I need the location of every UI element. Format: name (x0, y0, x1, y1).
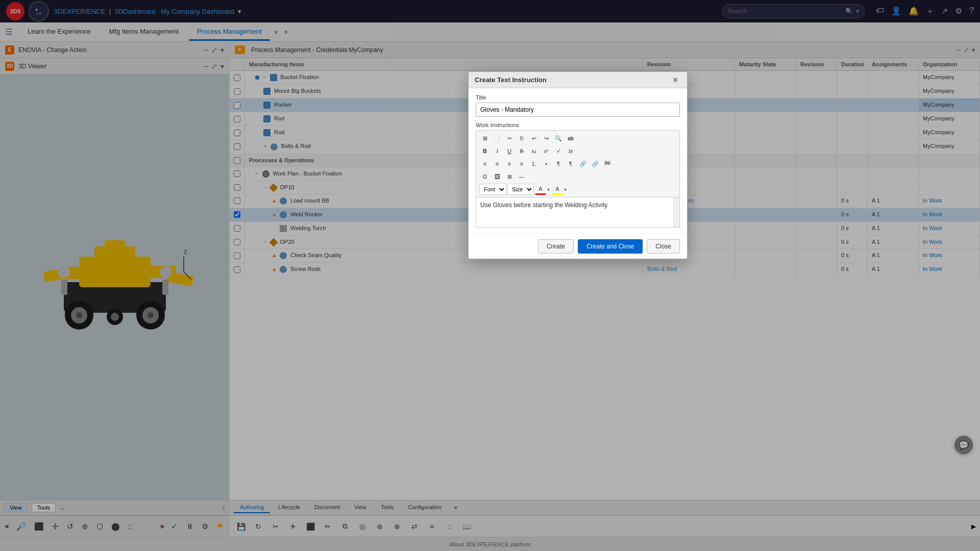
et-table-btn[interactable]: ⊞ (479, 133, 491, 144)
editor-content: Use Gloves before starting the Welding A… (480, 202, 607, 209)
et-sub-btn[interactable]: x₂ (528, 145, 540, 157)
et-omega-btn[interactable]: Ω (479, 171, 491, 182)
et-unlink-btn[interactable]: 🔗 (590, 158, 601, 169)
color-arrow[interactable]: ▾ (547, 187, 550, 192)
modal-title: Create Text Instruction (475, 76, 547, 84)
et-underline-btn[interactable]: U (504, 145, 515, 157)
et-align-left[interactable]: ≡ (479, 158, 491, 169)
et-align-justify[interactable]: ≡ (516, 158, 527, 169)
et-redo-btn[interactable]: ↪ (541, 133, 552, 144)
modal-close-button[interactable]: × (670, 74, 681, 86)
et-flag2-btn[interactable]: 🏁 (602, 158, 613, 169)
et-bg-color[interactable]: A (552, 184, 563, 195)
editor-toolbar-row1: ⊞ 📄 ✂ ⎘ ↩ ↪ 🔍 ab (479, 133, 676, 144)
et-indent-btn[interactable]: ¶ (553, 158, 564, 169)
editor-toolbar: ⊞ 📄 ✂ ⎘ ↩ ↪ 🔍 ab B I U S x₂ x² (476, 130, 680, 197)
modal-body: Title Work Instructions ⊞ 📄 ✂ ⎘ ↩ ↪ 🔍 ab (469, 88, 687, 234)
et-text-color[interactable]: A (535, 184, 546, 195)
et-undo-btn[interactable]: ↩ (528, 133, 540, 144)
create-and-close-button[interactable]: Create and Close (578, 239, 643, 254)
et-img-btn[interactable]: 🖼 (492, 171, 503, 182)
title-field-input[interactable] (476, 103, 680, 117)
editor-toolbar-row4: Ω 🖼 ⊞ — (479, 171, 676, 182)
close-button[interactable]: Close (647, 239, 680, 254)
editor-area[interactable]: Use Gloves before starting the Welding A… (476, 197, 680, 228)
et-sup-btn[interactable]: x² (541, 145, 552, 157)
editor-toolbar-row3: ≡ ≡ ≡ ≡ 1. • ¶ ¶ 🔗 🔗 🏁 (479, 158, 676, 169)
modal-title-bar: Create Text Instruction × (469, 72, 687, 88)
et-link-btn[interactable]: 🔗 (577, 158, 589, 169)
et-align-right[interactable]: ≡ (504, 158, 515, 169)
et-cut-btn[interactable]: ✂ (504, 133, 515, 144)
title-field-label: Title (476, 94, 680, 101)
et-table2-btn[interactable]: ⊞ (504, 171, 515, 182)
et-italic-btn[interactable]: I (492, 145, 503, 157)
et-search-btn[interactable]: 🔍 (553, 133, 564, 144)
font-select[interactable]: Font (479, 184, 506, 195)
size-select[interactable]: Size (507, 184, 534, 195)
et-ul-btn[interactable]: • (541, 158, 552, 169)
et-outdent-btn[interactable]: ¶ (565, 158, 576, 169)
et-ab-btn[interactable]: ab (565, 133, 576, 144)
modal-overlay: Create Text Instruction × Title Work Ins… (0, 0, 980, 551)
et-clear-btn[interactable]: Ix (565, 145, 576, 157)
et-check2-btn[interactable]: ✓ (553, 145, 564, 157)
editor-toolbar-row2: B I U S x₂ x² ✓ Ix (479, 145, 676, 157)
create-button[interactable]: Create (538, 239, 574, 254)
modal-footer: Create Create and Close Close (469, 234, 687, 259)
editor-scrollbar[interactable] (673, 197, 679, 227)
et-strikethrough-btn[interactable]: S (516, 145, 527, 157)
et-align-center[interactable]: ≡ (492, 158, 503, 169)
et-copy-btn[interactable]: ⎘ (516, 133, 527, 144)
work-instructions-label: Work Instructions (476, 122, 680, 128)
et-ol-btn[interactable]: 1. (528, 158, 540, 169)
create-text-instruction-modal: Create Text Instruction × Title Work Ins… (468, 71, 688, 259)
editor-toolbar-row5: Font Size A ▾ A ▾ (479, 184, 676, 195)
et-doc-btn[interactable]: 📄 (492, 133, 503, 144)
bg-arrow[interactable]: ▾ (564, 187, 567, 192)
et-hr-btn[interactable]: — (516, 171, 527, 182)
et-bold-btn[interactable]: B (479, 145, 491, 157)
